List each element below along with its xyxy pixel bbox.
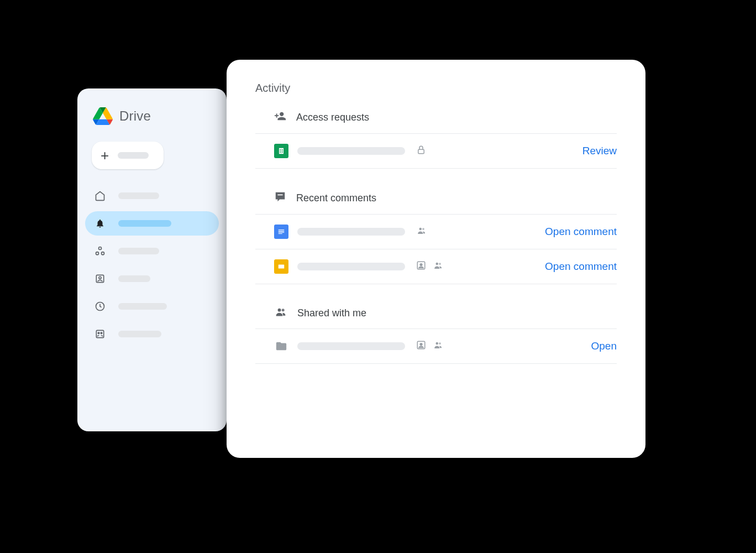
sidebar-header: Drive	[77, 88, 227, 125]
nav-list	[77, 184, 227, 346]
item-meta-icons	[416, 226, 427, 238]
placeholder	[297, 342, 405, 350]
placeholder	[297, 263, 405, 270]
placeholder	[118, 303, 167, 310]
home-icon	[94, 190, 106, 202]
sidebar-item-shared-drives[interactable]	[85, 267, 219, 291]
lock-icon	[416, 145, 426, 157]
drive-sidebar: Drive +	[77, 88, 227, 431]
svg-rect-9	[418, 149, 424, 154]
placeholder	[118, 248, 159, 254]
shared-item[interactable]: Open	[255, 329, 617, 364]
section-header: Shared with me	[255, 306, 617, 329]
person-box-icon	[416, 340, 426, 352]
plus-icon: +	[101, 147, 109, 164]
shared-drives-icon	[94, 273, 106, 285]
svg-point-11	[422, 228, 424, 230]
review-link[interactable]: Review	[582, 145, 617, 157]
svg-point-8	[101, 332, 102, 334]
svg-point-4	[99, 276, 101, 279]
drive-title: Drive	[119, 108, 151, 124]
open-comment-link[interactable]: Open comment	[545, 260, 617, 273]
section-header: Recent comments	[255, 191, 617, 215]
svg-point-0	[99, 247, 102, 250]
access-request-item[interactable]: Review	[255, 134, 617, 169]
comment-icon	[274, 191, 286, 205]
people-icon	[94, 328, 106, 340]
sidebar-item-workspaces[interactable]	[85, 239, 219, 263]
placeholder	[297, 228, 405, 236]
item-meta-icons	[416, 145, 426, 157]
svg-point-21	[436, 342, 439, 345]
open-link[interactable]: Open	[591, 340, 617, 352]
comment-item[interactable]: Open comment	[255, 249, 617, 284]
section-title: Recent comments	[296, 192, 376, 204]
shared-icon	[433, 340, 444, 352]
shared-with-me-section: Shared with me Open	[255, 306, 617, 364]
svg-point-10	[419, 228, 422, 231]
svg-point-16	[439, 263, 441, 265]
placeholder	[118, 331, 161, 337]
sheets-icon	[274, 144, 288, 158]
placeholder	[118, 152, 149, 159]
clock-icon	[94, 300, 106, 312]
sidebar-item-home[interactable]	[85, 184, 219, 208]
person-box-icon	[416, 260, 426, 273]
open-comment-link[interactable]: Open comment	[545, 226, 617, 238]
sidebar-item-recent[interactable]	[85, 294, 219, 319]
svg-point-20	[420, 343, 422, 346]
group-icon	[274, 306, 287, 320]
panel-title: Activity	[255, 82, 617, 95]
placeholder	[297, 147, 405, 155]
sidebar-item-shared[interactable]	[85, 322, 219, 346]
svg-point-18	[282, 309, 285, 311]
shared-icon	[433, 260, 444, 273]
slides-icon	[274, 259, 288, 274]
shared-icon	[416, 226, 427, 238]
svg-point-14	[420, 264, 422, 266]
svg-point-7	[98, 332, 99, 334]
placeholder	[118, 192, 159, 199]
workspaces-icon	[94, 245, 106, 257]
section-header: Access requests	[255, 110, 617, 134]
access-requests-section: Access requests Review	[255, 110, 617, 169]
activity-panel: Activity Access requests Review	[227, 60, 645, 458]
new-button[interactable]: +	[92, 142, 164, 169]
svg-rect-6	[96, 330, 103, 337]
bell-icon	[94, 217, 106, 229]
drive-logo-icon	[93, 107, 113, 125]
item-meta-icons	[416, 340, 444, 352]
sidebar-item-activity[interactable]	[85, 211, 219, 236]
placeholder	[118, 220, 171, 227]
item-meta-icons	[416, 260, 444, 273]
svg-rect-12	[279, 265, 285, 269]
svg-point-22	[439, 342, 441, 345]
folder-icon	[274, 339, 288, 353]
svg-point-1	[96, 252, 99, 255]
placeholder	[118, 275, 150, 282]
svg-point-2	[102, 252, 104, 255]
docs-icon	[274, 225, 288, 239]
comment-item[interactable]: Open comment	[255, 215, 617, 249]
section-title: Shared with me	[297, 307, 366, 319]
svg-point-15	[436, 263, 439, 265]
section-title: Access requests	[296, 112, 369, 123]
person-add-icon	[274, 110, 286, 124]
svg-point-17	[278, 309, 281, 312]
recent-comments-section: Recent comments Open comment	[255, 191, 617, 284]
